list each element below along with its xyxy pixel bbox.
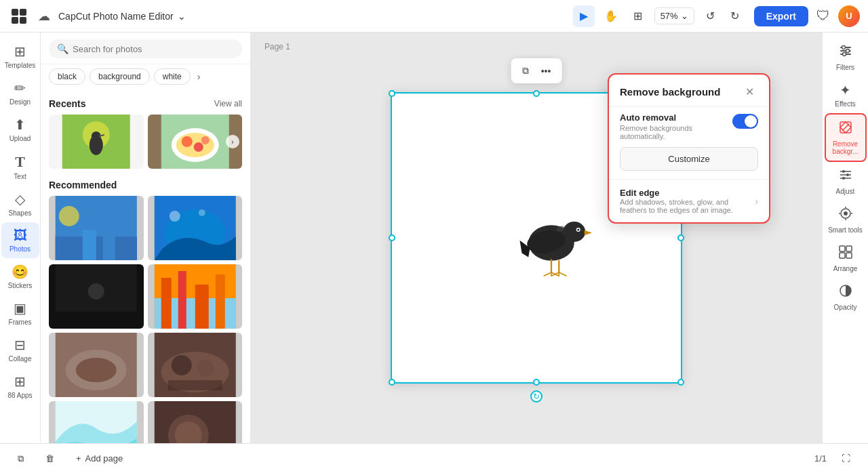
rs-item-smart-tools[interactable]: Smart tools [825, 201, 867, 239]
layout-tool-btn[interactable]: ⊞ [627, 5, 649, 27]
rb-close-btn[interactable]: ✕ [741, 84, 758, 100]
sidebar-item-label-stickers: Stickers [8, 282, 33, 289]
app-title-area[interactable]: CapCut Photo Name Editor ⌄ [58, 11, 186, 22]
customize-btn[interactable]: Customize [620, 147, 758, 171]
recent-thumb-0[interactable] [49, 115, 144, 169]
tag-black[interactable]: black [49, 68, 85, 85]
svg-rect-22 [56, 312, 137, 329]
sidebar-item-upload[interactable]: ⬆ Upload [1, 111, 39, 148]
handle-bl[interactable] [389, 379, 395, 386]
topbar-tools: ▶ ✋ ⊞ 57% ⌄ ↺ ↻ [573, 5, 746, 27]
bottom-bar: ⧉ 🗑 + Add page 1/1 ⛶ [0, 443, 868, 473]
svg-marker-52 [584, 230, 591, 236]
remove-bg-icon [838, 120, 853, 138]
rec-thumb-0[interactable] [49, 196, 144, 260]
rs-item-arrange[interactable]: Arrange [825, 239, 867, 278]
title-dropdown-icon[interactable]: ⌄ [178, 11, 186, 22]
logo[interactable] [8, 5, 30, 27]
rec-thumb-3[interactable] [148, 264, 243, 329]
arrange-icon [838, 245, 853, 263]
rs-item-remove-bg[interactable]: Remove backgr... [825, 113, 867, 162]
handle-ml[interactable] [389, 234, 395, 241]
rec-thumb-5[interactable] [148, 333, 243, 397]
sidebar-item-photos[interactable]: 🖼 Photos [1, 222, 39, 258]
search-input-wrap[interactable]: 🔍 [49, 39, 242, 58]
rs-item-adjust[interactable]: Adjust [825, 162, 867, 201]
rs-label-remove-bg: Remove backgr... [829, 140, 863, 155]
rs-item-effects[interactable]: ✦ Effects [825, 77, 867, 113]
rb-auto-sub: Remove backgrounds automatically. [620, 124, 727, 140]
tags-more-icon[interactable]: › [195, 68, 203, 85]
sidebar-item-frames[interactable]: ▣ Frames [1, 295, 39, 331]
undo-btn[interactable]: ↺ [700, 5, 722, 27]
svg-rect-0 [12, 9, 18, 16]
svg-point-42 [197, 360, 213, 376]
panel-scroll: Recents View all [41, 90, 250, 443]
expand-btn[interactable]: ⛶ [835, 449, 857, 468]
handle-br[interactable] [677, 379, 684, 386]
tag-white[interactable]: white [154, 68, 191, 85]
rec-thumb-7[interactable] [148, 401, 243, 443]
smart-tools-icon [838, 206, 853, 224]
design-icon: ✏ [14, 80, 26, 96]
trash-page-btn[interactable]: 🗑 [39, 449, 61, 468]
rotate-handle[interactable]: ↻ [530, 390, 542, 403]
rs-label-effects: Effects [835, 100, 855, 108]
svg-point-76 [842, 177, 845, 180]
expand-icon: ⛶ [842, 453, 850, 464]
zoom-control[interactable]: 57% ⌄ [654, 7, 694, 24]
add-page-btn[interactable]: + Add page [69, 449, 130, 468]
sidebar-item-shapes[interactable]: ◇ Shapes [1, 186, 39, 222]
left-sidebar: ⊞ Templates ✏ Design ⬆ Upload T Text ◇ S… [0, 33, 41, 443]
pointer-tool-btn[interactable]: ▶ [573, 5, 595, 27]
sidebar-item-collage[interactable]: ⊟ Collage [1, 331, 39, 368]
sidebar-item-apps[interactable]: ⊞ 88 Apps [1, 368, 39, 405]
export-button[interactable]: Export [754, 6, 808, 26]
recommended-header: Recommended [49, 180, 242, 190]
handle-tl[interactable] [389, 90, 395, 97]
recents-nav-chevron[interactable]: › [226, 135, 239, 148]
svg-point-12 [181, 136, 192, 147]
rs-item-filters[interactable]: Filters [825, 38, 867, 77]
recent-thumb-1[interactable]: › [148, 115, 243, 169]
svg-point-70 [846, 49, 849, 53]
svg-rect-84 [846, 246, 852, 251]
recommended-title: Recommended [49, 180, 117, 190]
search-icon: 🔍 [57, 43, 68, 54]
sidebar-item-templates[interactable]: ⊞ Templates [1, 38, 39, 75]
svg-point-71 [842, 53, 846, 56]
main-area: ⊞ Templates ✏ Design ⬆ Upload T Text ◇ S… [0, 33, 868, 443]
rec-thumb-1[interactable] [148, 196, 243, 260]
handle-bm[interactable] [533, 379, 540, 386]
float-more-btn[interactable]: ••• [536, 62, 557, 81]
rec-thumb-2[interactable] [49, 264, 144, 329]
undo-redo: ↺ ↻ [700, 5, 746, 27]
view-all-recents[interactable]: View all [214, 99, 242, 108]
add-page-label: Add page [85, 453, 123, 464]
bird-image[interactable] [497, 194, 606, 282]
rec-thumb-6[interactable] [49, 401, 144, 443]
add-page-icon: + [76, 453, 81, 464]
sidebar-item-stickers[interactable]: 😊 Stickers [1, 258, 39, 295]
shield-icon[interactable]: 🛡 [816, 8, 830, 24]
rb-edit-edge-row[interactable]: Edit edge Add shadows, strokes, glow, an… [609, 179, 769, 222]
float-copy-btn[interactable]: ⧉ [517, 61, 534, 81]
handle-mr[interactable] [677, 234, 684, 241]
recommended-grid [49, 196, 242, 443]
sidebar-item-label-photos: Photos [9, 245, 31, 253]
tag-background[interactable]: background [90, 68, 150, 85]
sidebar-item-text[interactable]: T Text [1, 148, 39, 186]
handle-tm[interactable] [533, 90, 540, 97]
toggle-knob [745, 115, 757, 127]
copy-page-btn[interactable]: ⧉ [11, 449, 31, 468]
hand-tool-btn[interactable]: ✋ [600, 5, 622, 27]
auto-removal-toggle[interactable] [732, 114, 758, 129]
sidebar-item-design[interactable]: ✏ Design [1, 75, 39, 111]
rs-item-opacity[interactable]: Opacity [825, 278, 867, 316]
text-icon: T [15, 153, 25, 171]
rec-thumb-4[interactable] [49, 333, 144, 397]
avatar[interactable]: U [838, 5, 860, 27]
rs-label-smart-tools: Smart tools [828, 226, 863, 234]
redo-btn[interactable]: ↻ [724, 5, 746, 27]
search-input[interactable] [73, 44, 234, 54]
